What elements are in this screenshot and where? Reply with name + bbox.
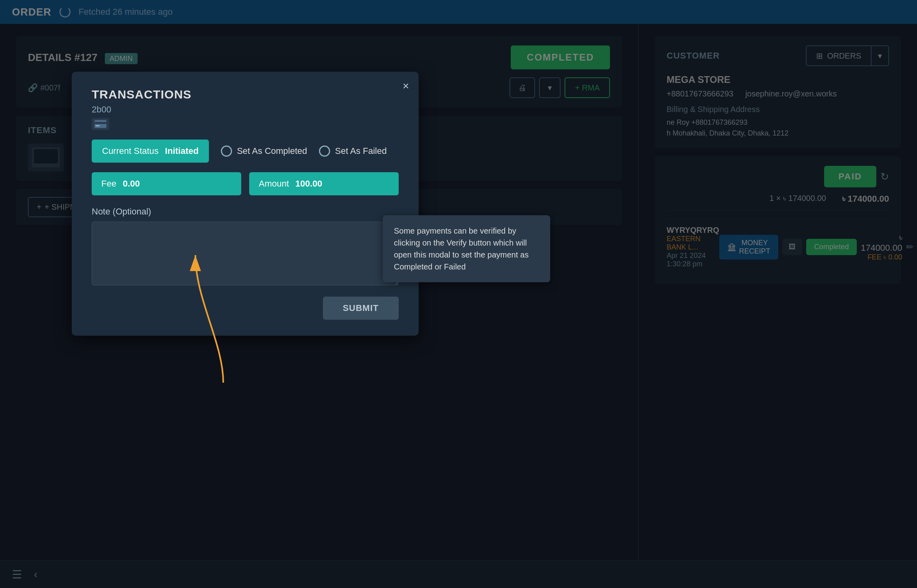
fee-field: Fee 0.00: [92, 172, 241, 195]
svg-rect-1: [94, 122, 106, 124]
modal-icon-row: [92, 118, 399, 130]
tooltip-text: Some payments can be verified by clickin…: [394, 226, 529, 271]
amount-field-value: 100.00: [295, 179, 322, 189]
note-label: Note (Optional): [92, 206, 399, 217]
transactions-modal: × TRANSACTIONS 2b00 Current Status Initi…: [72, 72, 419, 336]
tooltip-box: Some payments can be verified by clickin…: [383, 215, 550, 282]
modal-overlay: × TRANSACTIONS 2b00 Current Status Initi…: [0, 0, 917, 588]
fee-amount-row: Fee 0.00 Amount 100.00: [92, 172, 399, 195]
current-status-box: Current Status Initiated: [92, 140, 209, 163]
fee-field-value: 0.00: [123, 179, 140, 189]
svg-rect-2: [96, 125, 100, 126]
modal-close-button[interactable]: ×: [403, 80, 409, 92]
fee-field-label: Fee: [101, 179, 116, 189]
modal-title: TRANSACTIONS: [92, 88, 399, 101]
card-icon: [92, 118, 109, 130]
amount-field-label: Amount: [259, 179, 289, 189]
set-failed-label: Set As Failed: [335, 146, 387, 156]
set-completed-radio[interactable]: [221, 146, 232, 157]
note-textarea[interactable]: [92, 222, 399, 285]
submit-button[interactable]: SUBMIT: [323, 297, 399, 320]
set-failed-radio[interactable]: [319, 146, 330, 157]
current-status-label: Current Status: [102, 146, 159, 156]
set-completed-option[interactable]: Set As Completed: [221, 146, 307, 157]
amount-field: Amount 100.00: [249, 172, 399, 195]
modal-subtitle: 2b00: [92, 104, 399, 115]
current-status-value: Initiated: [165, 146, 199, 156]
set-failed-option[interactable]: Set As Failed: [319, 146, 387, 157]
set-completed-label: Set As Completed: [237, 146, 307, 156]
status-radio-row: Current Status Initiated Set As Complete…: [92, 140, 399, 163]
